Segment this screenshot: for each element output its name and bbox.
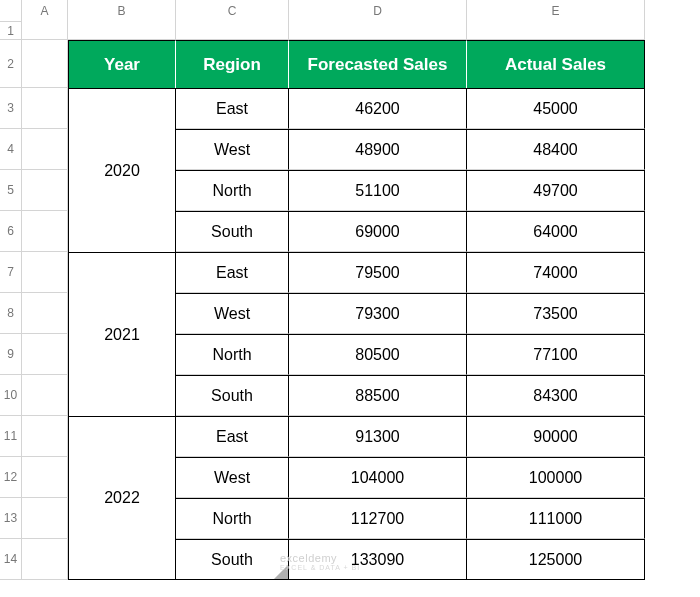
cell-C1[interactable] [176, 22, 289, 40]
grid-corner [0, 0, 22, 22]
cell-A9[interactable] [22, 334, 68, 375]
row-header-4[interactable]: 4 [0, 129, 22, 170]
row-header-10[interactable]: 10 [0, 375, 22, 416]
cell-forecast[interactable]: 88500 [289, 375, 467, 416]
row-header-5[interactable]: 5 [0, 170, 22, 211]
cell-A11[interactable] [22, 416, 68, 457]
table-header-forecasted[interactable]: Forecasted Sales [289, 40, 467, 88]
header-forecasted-text: Forecasted Sales [308, 55, 448, 75]
cell-A8[interactable] [22, 293, 68, 334]
cell-actual[interactable]: 73500 [467, 293, 645, 334]
cell-forecast[interactable]: 133090 [289, 539, 467, 580]
cell-A10[interactable] [22, 375, 68, 416]
cell-forecast[interactable]: 104000 [289, 457, 467, 498]
cell-A1[interactable] [22, 22, 68, 40]
cell-actual[interactable]: 49700 [467, 170, 645, 211]
cell-region[interactable]: North [176, 170, 289, 211]
row-header-7[interactable]: 7 [0, 252, 22, 293]
cell-A2[interactable] [22, 40, 68, 88]
cell-D1[interactable] [289, 22, 467, 40]
cell-E1[interactable] [467, 22, 645, 40]
cell-A7[interactable] [22, 252, 68, 293]
cell-region[interactable]: South [176, 539, 289, 580]
cell-forecast[interactable]: 80500 [289, 334, 467, 375]
cell-actual[interactable]: 90000 [467, 416, 645, 457]
cell-B1[interactable] [68, 22, 176, 40]
row-header-3[interactable]: 3 [0, 88, 22, 129]
cell-A6[interactable] [22, 211, 68, 252]
row-header-1[interactable]: 1 [0, 22, 22, 40]
cell-region[interactable]: North [176, 498, 289, 539]
cell-region[interactable]: North [176, 334, 289, 375]
cell-region[interactable]: East [176, 252, 289, 293]
cell-actual[interactable]: 77100 [467, 334, 645, 375]
table-header-region[interactable]: Region [176, 40, 289, 88]
cell-forecast[interactable]: 46200 [289, 88, 467, 129]
header-year-text: Year [104, 55, 140, 75]
cell-region[interactable]: East [176, 88, 289, 129]
row-header-6[interactable]: 6 [0, 211, 22, 252]
year-2020-cell[interactable]: 2020 [68, 88, 176, 252]
cell-A14[interactable] [22, 539, 68, 580]
row-header-13[interactable]: 13 [0, 498, 22, 539]
cell-region[interactable]: South [176, 211, 289, 252]
cell-actual[interactable]: 100000 [467, 457, 645, 498]
cell-actual[interactable]: 48400 [467, 129, 645, 170]
cell-forecast[interactable]: 79300 [289, 293, 467, 334]
cell-forecast[interactable]: 112700 [289, 498, 467, 539]
col-header-E[interactable]: E [467, 0, 645, 23]
fill-handle-icon [274, 565, 288, 579]
year-2022-cell[interactable]: 2022 [68, 416, 176, 580]
header-region-text: Region [203, 55, 261, 75]
cell-A13[interactable] [22, 498, 68, 539]
cell-actual[interactable]: 125000 [467, 539, 645, 580]
row-header-9[interactable]: 9 [0, 334, 22, 375]
cell-region[interactable]: West [176, 457, 289, 498]
row-header-11[interactable]: 11 [0, 416, 22, 457]
cell-A3[interactable] [22, 88, 68, 129]
cell-forecast[interactable]: 79500 [289, 252, 467, 293]
cell-A5[interactable] [22, 170, 68, 211]
col-header-A[interactable]: A [22, 0, 68, 23]
cell-actual[interactable]: 84300 [467, 375, 645, 416]
cell-text: South [211, 551, 253, 569]
spreadsheet-grid: A B C D E 1 2 Year Region Forecasted Sal… [0, 0, 700, 580]
table-header-actual[interactable]: Actual Sales [467, 40, 645, 88]
cell-forecast[interactable]: 51100 [289, 170, 467, 211]
cell-actual[interactable]: 74000 [467, 252, 645, 293]
cell-region[interactable]: East [176, 416, 289, 457]
cell-forecast[interactable]: 48900 [289, 129, 467, 170]
row-header-12[interactable]: 12 [0, 457, 22, 498]
cell-actual[interactable]: 64000 [467, 211, 645, 252]
year-2021-cell[interactable]: 2021 [68, 252, 176, 416]
cell-A4[interactable] [22, 129, 68, 170]
col-header-D[interactable]: D [289, 0, 467, 23]
cell-region[interactable]: West [176, 293, 289, 334]
row-header-2[interactable]: 2 [0, 40, 22, 88]
col-header-C[interactable]: C [176, 0, 289, 23]
table-header-year[interactable]: Year [68, 40, 176, 88]
row-header-14[interactable]: 14 [0, 539, 22, 580]
row-header-8[interactable]: 8 [0, 293, 22, 334]
header-actual-text: Actual Sales [505, 55, 606, 75]
cell-region[interactable]: West [176, 129, 289, 170]
cell-actual[interactable]: 111000 [467, 498, 645, 539]
cell-forecast[interactable]: 69000 [289, 211, 467, 252]
cell-region[interactable]: South [176, 375, 289, 416]
cell-forecast[interactable]: 91300 [289, 416, 467, 457]
col-header-B[interactable]: B [68, 0, 176, 23]
cell-A12[interactable] [22, 457, 68, 498]
cell-actual[interactable]: 45000 [467, 88, 645, 129]
